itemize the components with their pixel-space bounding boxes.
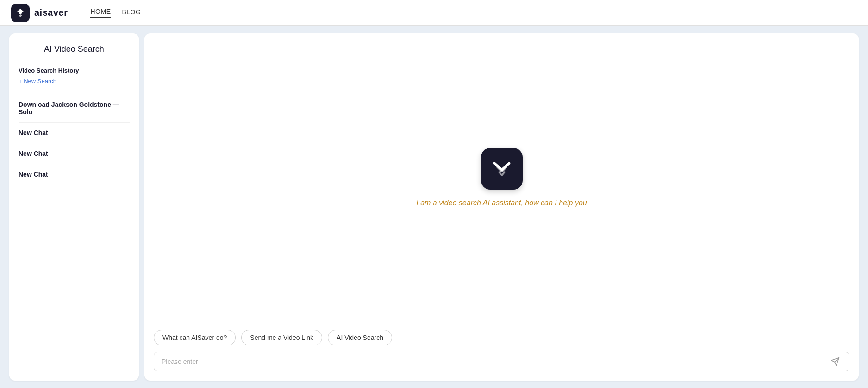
sidebar-title: AI Video Search [19,44,130,54]
chat-messages: I am a video search AI assistant, how ca… [144,33,859,322]
suggestion-btn-1[interactable]: Send me a Video Link [241,330,322,345]
input-area [154,352,849,371]
history-item-2[interactable]: New Chat [19,143,130,164]
header: aisaver HOME BLOG [0,0,868,26]
nav-blog[interactable]: BLOG [122,8,141,18]
ai-logo [481,148,523,190]
header-nav: HOME BLOG [90,8,141,18]
ai-greeting: I am a video search AI assistant, how ca… [416,199,587,207]
chat-bottom: What can AISaver do? Send me a Video Lin… [144,322,859,381]
history-item-3[interactable]: New Chat [19,164,130,185]
main-content: AI Video Search Video Search History + N… [0,26,868,388]
logo-text: aisaver [34,7,68,18]
send-button[interactable] [829,357,842,366]
header-divider [79,6,79,19]
history-section-label: Video Search History [19,67,130,74]
logo: aisaver [11,4,68,22]
history-item-1[interactable]: New Chat [19,122,130,143]
new-search-link[interactable]: + New Search [19,78,130,85]
suggestion-btn-2[interactable]: AI Video Search [328,330,392,345]
suggestion-buttons: What can AISaver do? Send me a Video Lin… [154,330,849,345]
history-item-0[interactable]: Download Jackson Goldstone — Solo [19,94,130,122]
chat-input[interactable] [162,358,829,365]
chat-panel: I am a video search AI assistant, how ca… [144,33,859,381]
logo-icon [11,4,30,22]
nav-home[interactable]: HOME [90,8,111,18]
suggestion-btn-0[interactable]: What can AISaver do? [154,330,236,345]
sidebar: AI Video Search Video Search History + N… [9,33,139,381]
